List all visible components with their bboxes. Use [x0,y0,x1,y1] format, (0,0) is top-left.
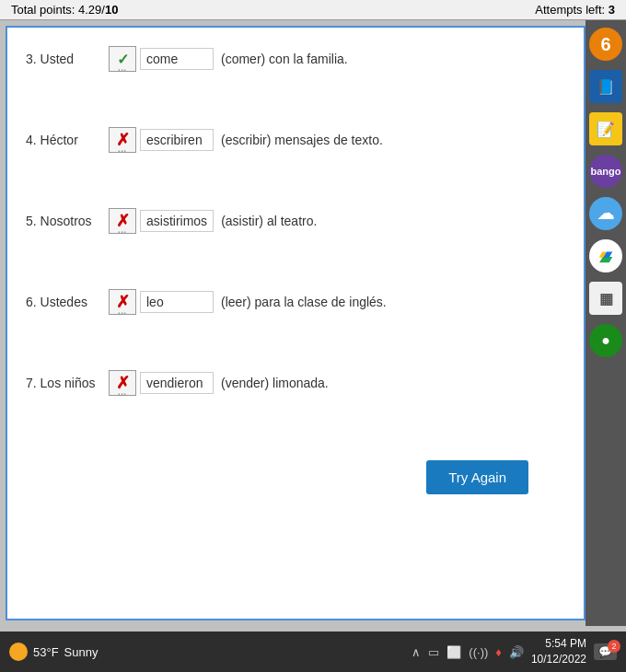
book-icon: 📘 [597,78,615,96]
network-icon[interactable]: ♦ [495,645,502,659]
hint-text-3: (comer) con la familia. [221,52,348,66]
volume-icon[interactable]: 🔊 [509,645,524,659]
taskbar-clock: 5:54 PM 10/12/2022 [531,636,586,667]
app-icon-circle[interactable]: ● [589,324,622,357]
question-label-4: 4. Héctor [26,133,109,147]
notification-center[interactable]: 💬 2 [594,643,617,660]
monitor-icon[interactable]: ⬜ [446,645,461,659]
screen-icon[interactable]: ▭ [428,645,439,659]
quiz-panel: 3. Usted ✓ come (comer) con la familia. … [6,26,585,620]
chevron-up-icon[interactable]: ∧ [412,645,421,659]
status-box-5: ✗ [109,208,136,234]
taskbar-system-icons: ∧ ▭ ⬜ ((·)) ♦ 🔊 [412,645,524,659]
notes-icon: 📝 [597,121,615,138]
sun-icon [9,643,28,661]
question-row: 5. Nosotros ✗ asistirimos (asistir) al t… [26,208,556,234]
app-icon-bongo[interactable]: bango [589,155,622,188]
question-row: 3. Usted ✓ come (comer) con la familia. [26,46,556,72]
cloud-icon: ☁ [597,203,614,224]
app-icon-book[interactable]: 📘 [589,70,622,103]
hint-text-7: (vender) limonada. [221,376,329,390]
circle-icon: ● [601,332,610,349]
cross-icon: ✗ [116,373,130,393]
app-icon-6[interactable]: 6 [589,28,622,61]
status-box-6: ✗ [109,289,136,315]
app-icon-drive[interactable] [589,239,622,272]
cross-icon: ✗ [116,292,130,312]
hint-text-6: (leer) para la clase de inglés. [221,295,387,309]
app-icon-notes[interactable]: 📝 [589,112,622,145]
total-points: Total points: 4.29/10 [11,3,118,17]
cross-icon: ✗ [116,130,130,150]
cross-icon: ✗ [116,211,130,231]
question-label-3: 3. Usted [26,52,109,66]
try-again-row: Try Again [26,451,556,504]
question-label-7: 7. Los niños [26,376,109,390]
main-area: 3. Usted ✓ come (comer) con la familia. … [0,20,626,626]
attempts-left: Attempts left: 3 [535,3,615,17]
answer-field-4: escribiren [140,129,214,151]
answer-field-3: come [140,48,214,70]
app-icon-cloud[interactable]: ☁ [589,197,622,230]
app-icon-notepad[interactable]: ▦ [589,282,622,315]
bongo-icon: bango [591,166,621,177]
right-sidebar: 6 📘 📝 bango ☁ ▦ ● [585,20,626,626]
hint-text-5: (asistir) al teatro. [221,214,317,228]
check-icon: ✓ [117,51,129,68]
question-label-6: 6. Ustedes [26,295,109,309]
status-box-7: ✗ [109,370,136,396]
top-bar: Total points: 4.29/10 Attempts left: 3 [0,0,626,20]
weather-widget: 53°F Sunny [9,643,98,661]
drive-icon [596,246,616,266]
taskbar: 53°F Sunny ∧ ▭ ⬜ ((·)) ♦ 🔊 5:54 PM 10/12… [0,631,626,672]
status-box-3: ✓ [109,46,136,72]
temperature: 53°F [33,645,59,659]
status-box-4: ✗ [109,127,136,153]
question-row: 4. Héctor ✗ escribiren (escribir) mensaj… [26,127,556,153]
hint-text-4: (escribir) mensajes de texto. [221,133,383,147]
question-label-5: 5. Nosotros [26,214,109,228]
notepad-icon: ▦ [599,290,613,307]
question-row: 7. Los niños ✗ vendieron (vender) limona… [26,370,556,396]
weather-condition: Sunny [64,645,99,659]
clock-date: 10/12/2022 [531,652,586,667]
clock-time: 5:54 PM [531,636,586,652]
quiz-scroll[interactable]: 3. Usted ✓ come (comer) con la familia. … [7,28,584,619]
try-again-button[interactable]: Try Again [426,460,528,494]
answer-field-5: asistirimos [140,210,214,232]
answer-field-7: vendieron [140,372,214,394]
answer-field-6: leo [140,291,214,313]
orange-icon: 6 [600,34,610,55]
wifi-icon[interactable]: ((·)) [469,645,488,659]
question-row: 6. Ustedes ✗ leo (leer) para la clase de… [26,289,556,315]
notification-badge: 2 [608,640,620,653]
